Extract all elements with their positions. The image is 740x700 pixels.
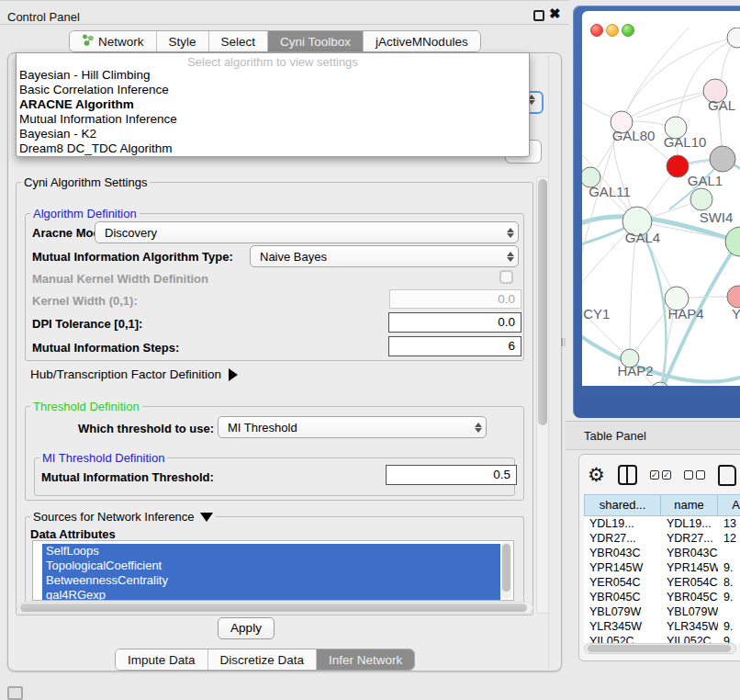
kernel-width-field[interactable]: 0.0 — [389, 289, 521, 309]
apply-button[interactable]: Apply — [218, 617, 275, 639]
algorithm-option[interactable]: Dream8 DC_TDC Algorithm — [17, 141, 529, 156]
close-icon[interactable]: ✖ — [549, 6, 561, 22]
manual-kernel-checkbox[interactable] — [499, 270, 513, 284]
algorithm-option[interactable]: Mutual Information Inference — [17, 112, 529, 127]
network-node[interactable] — [710, 146, 735, 172]
attribute-item[interactable]: SelfLoops — [42, 544, 500, 559]
table-cell: YER054C — [584, 575, 661, 590]
node-table[interactable]: shared...nameA YDL19...YDL19...13YDR27..… — [584, 494, 740, 643]
aracne-mode-select[interactable]: Discovery — [95, 221, 519, 243]
attribute-item[interactable]: BetweennessCentrality — [42, 573, 500, 588]
cyni-bottom-tabs: Impute Data Discretize Data Infer Networ… — [115, 649, 415, 671]
mi-threshold-field[interactable]: 0.5 — [386, 465, 517, 485]
tab-label: Infer Network — [329, 653, 402, 667]
tab-discretize-data[interactable]: Discretize Data — [208, 649, 318, 670]
gear-icon[interactable]: ⚙ — [588, 465, 605, 485]
table-cell: YDL19... — [584, 516, 661, 531]
network-node[interactable] — [727, 28, 740, 48]
attribute-item[interactable]: gal4RGexp — [42, 588, 500, 601]
window-zoom-icon[interactable] — [622, 24, 634, 37]
table-header-row: shared...nameA — [584, 494, 740, 516]
table-cell: YDR27... — [584, 531, 661, 546]
tab-label: Network — [98, 35, 144, 49]
table-toolbar: ⚙ ✓✓ — [588, 461, 740, 489]
node-label: GCY1 — [582, 306, 610, 322]
scrollbar-thumb[interactable] — [20, 604, 527, 612]
scrollbar-thumb[interactable] — [502, 544, 510, 592]
attributes-scrollbar[interactable] — [501, 542, 511, 599]
table-row[interactable]: YLR345WYLR345W9. — [584, 619, 740, 634]
network-edge — [637, 221, 667, 386]
table-cell: 9. — [718, 634, 740, 643]
table-panel-title: Table Panel — [584, 429, 646, 443]
spinner-icon — [503, 228, 518, 238]
sources-group-title: Sources for Network Inference — [33, 510, 195, 524]
mi-steps-field[interactable]: 6 — [388, 336, 521, 356]
column-header[interactable]: shared... — [584, 494, 661, 516]
algorithm-definition-title: Algorithm Definition — [30, 207, 140, 220]
network-node[interactable] — [667, 155, 689, 177]
sources-group-toggle[interactable]: Sources for Network Inference — [30, 510, 216, 524]
table-cell: YBR045C — [584, 590, 661, 604]
deselect-all-icon[interactable] — [684, 470, 705, 480]
tab-impute-data[interactable]: Impute Data — [116, 649, 208, 670]
network-node-y[interactable] — [727, 286, 740, 308]
table-row[interactable]: YDL19...YDL19...13 — [584, 516, 740, 531]
table-cell: YLR345W — [584, 619, 661, 634]
table-cell: YBL079W — [584, 604, 661, 619]
new-table-icon[interactable] — [718, 465, 736, 486]
table-row[interactable]: YBR043CYBR043C — [584, 546, 740, 560]
table-horizontal-scrollbar[interactable] — [584, 643, 736, 654]
float-window-icon[interactable] — [533, 10, 544, 21]
settings-vertical-scrollbar[interactable] — [536, 176, 549, 614]
table-row[interactable]: YBL079WYBL079W — [584, 604, 740, 619]
table-cell: YIL052C — [584, 634, 661, 643]
window-minimize-icon[interactable] — [606, 24, 619, 37]
splitter-handle[interactable] — [561, 338, 566, 346]
algorithm-option[interactable]: Bayesian - K2 — [17, 127, 529, 141]
table-row[interactable]: YPR145WYPR145W9. — [584, 560, 740, 575]
which-threshold-select[interactable]: MI Threshold — [218, 416, 487, 438]
tab-jactivemnodules[interactable]: jActiveMNodules — [364, 31, 480, 51]
algorithm-popup-hint: Select algorithm to view settings — [17, 53, 529, 68]
columns-icon[interactable] — [618, 465, 637, 485]
network-edge — [582, 122, 622, 299]
tab-select[interactable]: Select — [209, 31, 269, 51]
table-row[interactable]: YDR27...YDR27...12 — [584, 531, 740, 546]
algorithm-option[interactable]: Basic Correlation Inference — [17, 83, 529, 97]
tab-style[interactable]: Style — [157, 31, 209, 51]
mi-type-label: Mutual Information Algorithm Type: — [32, 250, 233, 264]
scrollbar-thumb[interactable] — [538, 179, 547, 425]
table-cell — [718, 546, 740, 560]
algorithm-option[interactable]: ARACNE Algorithm — [17, 97, 529, 112]
table-row[interactable]: YER054CYER054C8. — [584, 575, 740, 590]
select-all-icon[interactable]: ✓✓ — [650, 470, 671, 480]
mi-type-select[interactable]: Naive Bayes — [250, 245, 519, 267]
collapsed-panel-icon[interactable] — [7, 686, 23, 700]
table-row[interactable]: YBR045CYBR045C9. — [584, 590, 740, 604]
scrollbar-thumb[interactable] — [588, 645, 731, 652]
table-cell: 9. — [718, 619, 740, 634]
table-row[interactable]: YIL052CYIL052C9. — [584, 634, 740, 643]
network-icon — [82, 34, 94, 49]
network-node-swi4[interactable] — [725, 227, 740, 256]
tab-cyni-toolbox[interactable]: Cyni Toolbox — [268, 31, 364, 51]
hub-section-toggle[interactable]: Hub/Transcription Factor Definition — [30, 367, 238, 381]
network-view-canvas[interactable]: GALGAL80GAL10GAL1GAL11GAL4SWI4GCY1HAP4YH… — [582, 11, 740, 386]
network-node-gal1[interactable] — [690, 188, 712, 210]
window-close-icon[interactable] — [590, 24, 603, 37]
dpi-tolerance-field[interactable]: 0.0 — [388, 312, 521, 333]
tab-network[interactable]: Network — [70, 31, 157, 51]
data-attributes-list[interactable]: SelfLoopsTopologicalCoefficientBetweenne… — [32, 540, 514, 601]
node-label: GAL10 — [664, 134, 707, 150]
column-header[interactable]: A — [718, 494, 740, 516]
table-cell: YPR145W — [584, 560, 661, 575]
which-threshold-value: MI Threshold — [219, 421, 471, 435]
attribute-item[interactable]: TopologicalCoefficient — [42, 559, 500, 573]
node-label: HAP2 — [617, 363, 653, 378]
table-cell: 8. — [718, 575, 740, 590]
settings-horizontal-scrollbar[interactable] — [17, 602, 533, 614]
tab-infer-network[interactable]: Infer Network — [317, 649, 414, 670]
algorithm-option[interactable]: Bayesian - Hill Climbing — [17, 68, 529, 83]
column-header[interactable]: name — [661, 494, 718, 516]
